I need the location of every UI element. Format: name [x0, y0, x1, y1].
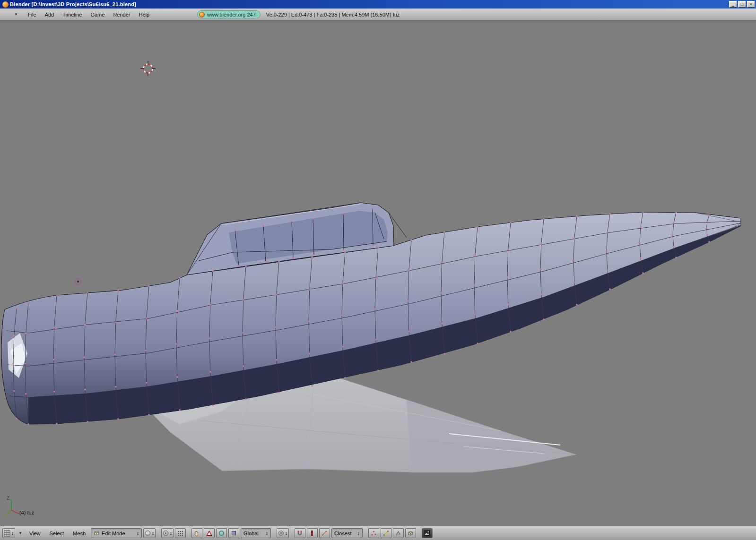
vertex-select-mode-button[interactable] — [368, 528, 379, 538]
render-preview-button[interactable] — [422, 528, 433, 538]
proportional-circle-icon — [278, 530, 284, 536]
header-collapse-icon[interactable]: ▼ — [14, 12, 18, 17]
snap-element-button[interactable] — [319, 528, 330, 538]
orientation-select-label: Global — [243, 531, 259, 536]
face-select-mode-button[interactable] — [393, 528, 404, 538]
updown-arrows-icon: ▲▼ — [137, 531, 139, 535]
translate-triangle-icon — [206, 530, 212, 536]
updown-arrows-icon: ▲▼ — [357, 531, 360, 535]
updown-arrows-icon: ▲▼ — [11, 531, 14, 535]
blender-logo-icon — [199, 12, 205, 17]
cube-mode-icon — [94, 530, 100, 536]
3d-viewport[interactable]: Z (4) fuz — [0, 21, 756, 526]
face-select-icon — [395, 530, 401, 536]
translate-manipulator-button[interactable] — [204, 528, 215, 538]
manipulator-handles-button[interactable] — [175, 528, 186, 538]
sphere-shading-icon — [145, 530, 151, 536]
hand-icon — [193, 530, 200, 537]
edge-select-mode-button[interactable] — [381, 528, 391, 538]
snap-bar-icon — [310, 530, 314, 536]
snap-target-select[interactable]: Closest ▲▼ — [331, 528, 363, 538]
updown-arrows-icon: ▲▼ — [152, 531, 154, 535]
occlude-cube-icon — [408, 530, 414, 536]
scene-stats: Ve:0-229 | Ed:0-473 | Fa:0-235 | Mem:4.5… — [266, 12, 400, 17]
snap-mode-button[interactable] — [307, 528, 318, 538]
header-collapse-icon[interactable]: ▼ — [17, 531, 24, 535]
snap-toggle-button[interactable] — [295, 528, 305, 538]
snap-vertex-icon — [322, 530, 328, 536]
menu-game[interactable]: Game — [86, 12, 109, 17]
title-bar: Blender [D:\Invest\3D Projects\Su6\su6_2… — [0, 0, 756, 9]
updown-arrows-icon: ▲▼ — [266, 531, 268, 535]
updown-arrows-icon: ▲▼ — [285, 531, 287, 535]
info-header: ▼ File Add Timeline Game Render Help www… — [0, 9, 756, 21]
menu-add[interactable]: Add — [41, 12, 59, 17]
vertex-select-icon — [371, 530, 377, 536]
occlude-geometry-button[interactable] — [405, 528, 416, 538]
magnet-icon — [296, 530, 303, 537]
updown-arrows-icon: ▲▼ — [170, 531, 172, 535]
rotate-circle-icon — [218, 530, 225, 536]
3d-cursor[interactable] — [140, 61, 156, 76]
menu-timeline[interactable]: Timeline — [58, 12, 86, 17]
axis-gizmo: Z — [5, 496, 19, 515]
blender-logo-icon — [2, 1, 9, 8]
orientation-select[interactable]: Global ▲▼ — [241, 528, 271, 538]
viewport-canvas[interactable]: Z (4) fuz — [0, 21, 756, 526]
footer-menu-mesh[interactable]: Mesh — [69, 531, 89, 536]
mode-select-label: Edit Mode — [102, 531, 125, 536]
rotate-manipulator-button[interactable] — [216, 528, 227, 538]
menu-file[interactable]: File — [24, 12, 41, 17]
footer-menu-view[interactable]: View — [26, 531, 44, 536]
editor-type-button[interactable]: ▲▼ — [2, 528, 15, 538]
pivot-center-icon — [163, 530, 169, 536]
minimize-button[interactable]: _ — [729, 1, 737, 8]
edge-select-icon — [383, 530, 389, 536]
object-info-label: (4) fuz — [19, 510, 34, 515]
pivot-select[interactable]: ▲▼ — [161, 528, 174, 538]
object-origin — [75, 279, 81, 285]
proportional-edit-select[interactable]: ▲▼ — [277, 528, 289, 538]
axis-z-label: Z — [7, 496, 9, 501]
scale-square-icon — [231, 530, 237, 536]
dots-grid-icon — [177, 530, 183, 536]
grid-editor-icon — [4, 530, 10, 537]
blender-window: Blender [D:\Invest\3D Projects\Su6\su6_2… — [0, 0, 756, 540]
footer-menu-select[interactable]: Select — [46, 531, 68, 536]
render-image-icon — [424, 530, 430, 536]
window-title: Blender [D:\Invest\3D Projects\Su6\su6_2… — [10, 1, 136, 7]
mode-select[interactable]: Edit Mode ▲▼ — [91, 528, 142, 538]
restore-button[interactable]: □ — [738, 1, 746, 8]
draw-type-select[interactable]: ▲▼ — [143, 528, 156, 538]
menu-render[interactable]: Render — [109, 12, 134, 17]
close-button[interactable]: × — [747, 1, 755, 8]
viewport-header: ▲▼ ▼ View Select Mesh Edit Mode ▲▼ ▲▼ — [0, 526, 756, 540]
version-badge-text: www.blender.org 247 — [207, 12, 256, 17]
menu-help[interactable]: Help — [134, 12, 154, 17]
version-badge: www.blender.org 247 — [197, 10, 261, 18]
scale-manipulator-button[interactable] — [228, 528, 239, 538]
snap-target-label: Closest — [334, 531, 352, 536]
manipulator-toggle-button[interactable] — [191, 528, 202, 538]
